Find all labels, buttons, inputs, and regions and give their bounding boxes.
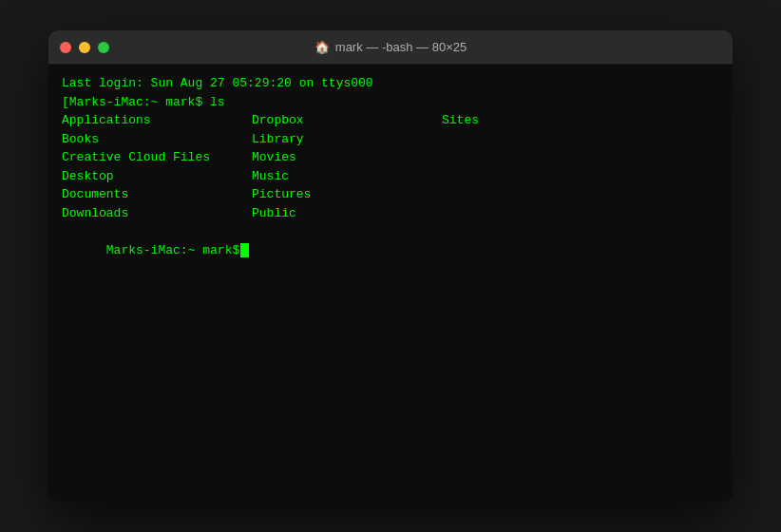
prompt-active: Marks-iMac:~ mark$ (62, 222, 719, 278)
list-item: Books (62, 130, 252, 149)
terminal-body[interactable]: Last login: Sun Aug 27 05:29:20 on ttys0… (48, 65, 733, 502)
list-item: Applications (62, 111, 252, 130)
list-item: Music (252, 167, 442, 186)
terminal-window: 🏠 mark — -bash — 80×25 Last login: Sun A… (48, 30, 733, 502)
list-item: Desktop (62, 167, 252, 186)
maximize-button[interactable] (98, 42, 109, 53)
title-label: mark — -bash — 80×25 (335, 40, 467, 54)
close-button[interactable] (60, 42, 71, 53)
list-item: Documents (62, 185, 252, 204)
ls-output: Applications Books Creative Cloud Files … (62, 111, 719, 222)
minimize-button[interactable] (79, 42, 90, 53)
last-login-line: Last login: Sun Aug 27 05:29:20 on ttys0… (62, 74, 719, 93)
window-title: 🏠 mark — -bash — 80×25 (314, 40, 467, 54)
list-item: Creative Cloud Files (62, 148, 252, 167)
list-item: Downloads (62, 204, 252, 223)
cursor (240, 243, 249, 257)
title-bar: 🏠 mark — -bash — 80×25 (48, 30, 733, 65)
prompt-text: Marks-iMac:~ mark$ (106, 243, 239, 257)
list-item: Movies (252, 148, 442, 167)
title-icon: 🏠 (314, 40, 330, 54)
list-item: Dropbox (252, 111, 442, 130)
traffic-lights (60, 42, 109, 53)
prompt-ls: [Marks-iMac:~ mark$ ls (62, 93, 719, 112)
list-item: Pictures (252, 185, 442, 204)
list-item: Library (252, 130, 442, 149)
list-item: Sites (442, 111, 632, 130)
list-item: Public (252, 204, 442, 223)
